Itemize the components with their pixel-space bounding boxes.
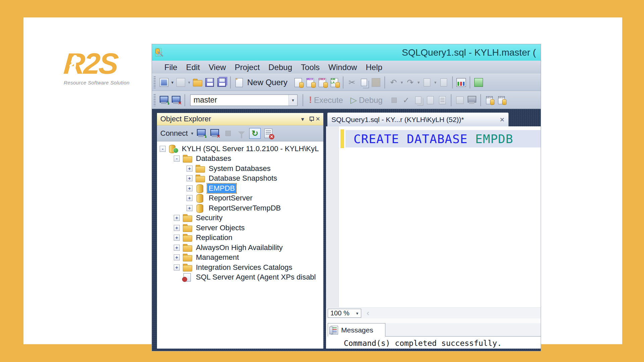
menu-tools[interactable]: Tools [297, 63, 324, 72]
refresh-icon[interactable]: ↻ [249, 128, 261, 139]
disconnect-script-icon[interactable]: ✕ [263, 128, 274, 139]
expander-icon[interactable]: + [186, 195, 193, 201]
navigate-forward-icon[interactable] [438, 77, 449, 88]
menu-edit[interactable]: Edit [182, 63, 204, 72]
code-line[interactable]: CREATE DATABASE EMPDB [354, 130, 513, 147]
expander-icon[interactable]: + [174, 254, 180, 260]
add-item-dropdown-icon[interactable]: ▼ [187, 80, 192, 84]
zoom-dropdown-icon[interactable]: ▼ [356, 311, 359, 315]
navigate-backward-dropdown-icon[interactable]: ▼ [433, 80, 438, 84]
object-explorer-header[interactable]: Object Explorer ▼ × [157, 113, 323, 125]
menu-debug[interactable]: Debug [264, 63, 297, 72]
intellisense-icon[interactable] [437, 95, 448, 106]
available-databases-combobox[interactable]: master ▼ [190, 95, 298, 106]
tree-item-reportserver[interactable]: + ReportServer [157, 193, 323, 203]
activity-monitor-icon[interactable] [456, 77, 467, 88]
new-query-button[interactable]: New Query [247, 78, 287, 87]
database-engine-query-icon[interactable] [293, 77, 304, 88]
tree-item-reportservertempdb[interactable]: + ReportServerTempDB [157, 203, 323, 213]
undo-icon[interactable]: ↶ [388, 77, 399, 88]
query-document-tab[interactable]: SQLQuery1.sql - KY...r (KYLH\KyLH (52))*… [327, 113, 508, 126]
messages-tab[interactable]: Messages [328, 323, 385, 337]
toolbar-grip[interactable] [154, 94, 156, 106]
expander-icon[interactable]: + [186, 185, 193, 191]
undo-dropdown-icon[interactable]: ▼ [399, 80, 404, 84]
tree-item-management[interactable]: + Management [157, 253, 323, 263]
filter-icon[interactable] [236, 128, 247, 139]
expander-icon[interactable]: + [174, 245, 180, 251]
connect-icon[interactable]: ↴ [159, 95, 169, 106]
results-to-grid-icon[interactable]: 1010 [496, 95, 507, 106]
menu-file[interactable]: File [160, 63, 182, 72]
results-splitter[interactable] [326, 318, 541, 323]
tree-item-databases[interactable]: - Databases [157, 154, 323, 164]
tab-close-icon[interactable]: × [500, 115, 504, 124]
expander-icon[interactable]: + [186, 175, 193, 181]
redo-icon[interactable]: ↷ [405, 77, 416, 88]
code-editor[interactable]: CREATE DATABASE EMPDB [326, 126, 541, 307]
tree-item-sql-server-agent[interactable]: SQL Server Agent (Agent XPs disabl [157, 273, 323, 283]
tree-item-system-databases[interactable]: + System Databases [157, 164, 323, 174]
expander-icon[interactable]: + [186, 205, 193, 211]
database-combo-dropdown-icon[interactable]: ▼ [288, 95, 297, 106]
expander-icon[interactable]: - [160, 146, 166, 152]
add-item-icon[interactable] [175, 77, 186, 88]
new-query-icon[interactable]: ✶ [234, 77, 245, 88]
change-connection-icon[interactable]: ✕ [171, 95, 181, 106]
connect-dropdown-icon[interactable]: ▼ [190, 131, 195, 135]
parse-icon[interactable]: ✓ [401, 95, 412, 106]
open-file-icon[interactable] [192, 77, 203, 88]
new-project-icon[interactable] [159, 77, 169, 88]
cancel-query-icon[interactable] [389, 95, 399, 106]
cut-icon[interactable]: ✂ [346, 77, 357, 88]
debug-button[interactable]: Debug [359, 96, 383, 105]
expander-icon[interactable]: + [186, 166, 193, 172]
messages-pane[interactable]: Command(s) completed successfully. [326, 337, 541, 349]
close-panel-icon[interactable]: × [316, 115, 320, 123]
tree-item-database-snapshots[interactable]: + Database Snapshots [157, 174, 323, 184]
horizontal-scroll-left-icon[interactable]: ‹ [367, 308, 369, 318]
toolbar-grip[interactable] [154, 76, 156, 88]
menu-view[interactable]: View [204, 63, 230, 72]
tree-item-replication[interactable]: + Replication [157, 233, 323, 243]
tree-item-security[interactable]: + Security [157, 213, 323, 223]
expander-icon[interactable]: + [174, 225, 180, 231]
full-screen-icon[interactable] [473, 77, 484, 88]
auto-hide-pin-icon[interactable] [309, 116, 314, 122]
menu-project[interactable]: Project [230, 63, 264, 72]
dmx-query-icon[interactable]: DMX [317, 77, 328, 88]
connect-button[interactable]: Connect [160, 129, 188, 138]
paste-icon[interactable] [371, 77, 381, 88]
copy-icon[interactable] [359, 77, 369, 88]
window-position-dropdown-icon[interactable]: ▼ [298, 116, 307, 122]
execute-button[interactable]: Execute [314, 96, 343, 105]
save-icon[interactable] [204, 77, 215, 88]
expander-icon[interactable]: + [174, 215, 180, 221]
tree-item-empdb[interactable]: + EMPDB [157, 183, 323, 193]
execute-exclamation-icon[interactable]: ! [309, 95, 312, 105]
xmla-query-icon[interactable]: XMLA [329, 77, 340, 88]
new-project-dropdown-icon[interactable]: ▼ [170, 80, 175, 84]
expander-icon[interactable]: - [174, 156, 180, 162]
tree-item-server[interactable]: - KYLH (SQL Server 11.0.2100 - KYLH\KyL [157, 144, 323, 154]
expander-icon[interactable]: + [174, 264, 180, 270]
title-bar[interactable]: SQLQuery1.sql - KYLH.master ( [152, 44, 541, 61]
tree-item-server-objects[interactable]: + Server Objects [157, 223, 323, 233]
menu-window[interactable]: Window [324, 63, 361, 72]
connect-server-icon[interactable]: ↴ [196, 128, 207, 139]
query-options-icon[interactable] [425, 95, 436, 106]
results-to-text-icon[interactable]: 1010 [484, 95, 495, 106]
navigate-backward-icon[interactable] [422, 77, 432, 88]
expander-icon[interactable]: + [174, 235, 180, 241]
menu-help[interactable]: Help [361, 63, 386, 72]
stop-icon[interactable] [222, 128, 234, 139]
tree-item-alwayson[interactable]: + AlwaysOn High Availability [157, 243, 323, 253]
disconnect-server-icon[interactable]: ✕ [209, 128, 220, 139]
redo-dropdown-icon[interactable]: ▼ [416, 80, 421, 84]
zoom-level-combobox[interactable]: 100 % ▼ [328, 309, 361, 318]
debug-arrow-icon[interactable]: ▷ [351, 95, 357, 105]
display-estimated-plan-icon[interactable] [413, 95, 424, 106]
tree-item-integration-services[interactable]: + Integration Services Catalogs [157, 262, 323, 273]
save-all-icon[interactable] [216, 77, 227, 88]
design-query-in-editor-icon[interactable] [467, 95, 477, 106]
